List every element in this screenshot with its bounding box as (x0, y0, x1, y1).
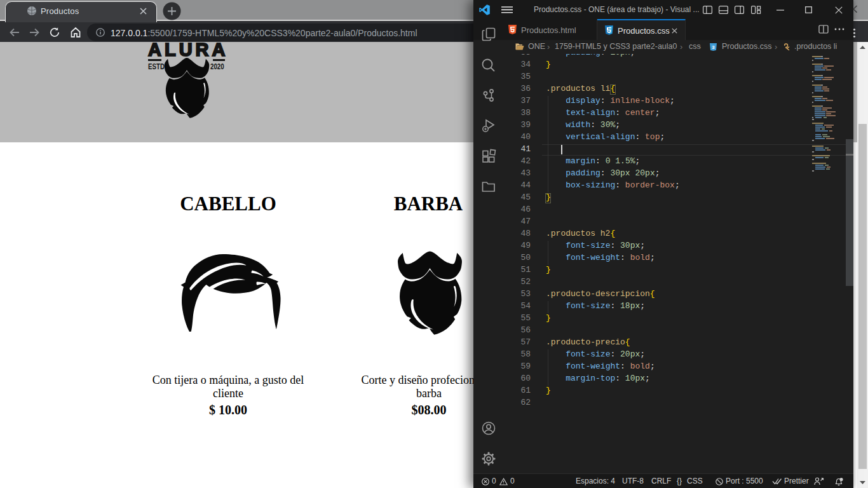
svg-text:3: 3 (712, 44, 715, 50)
